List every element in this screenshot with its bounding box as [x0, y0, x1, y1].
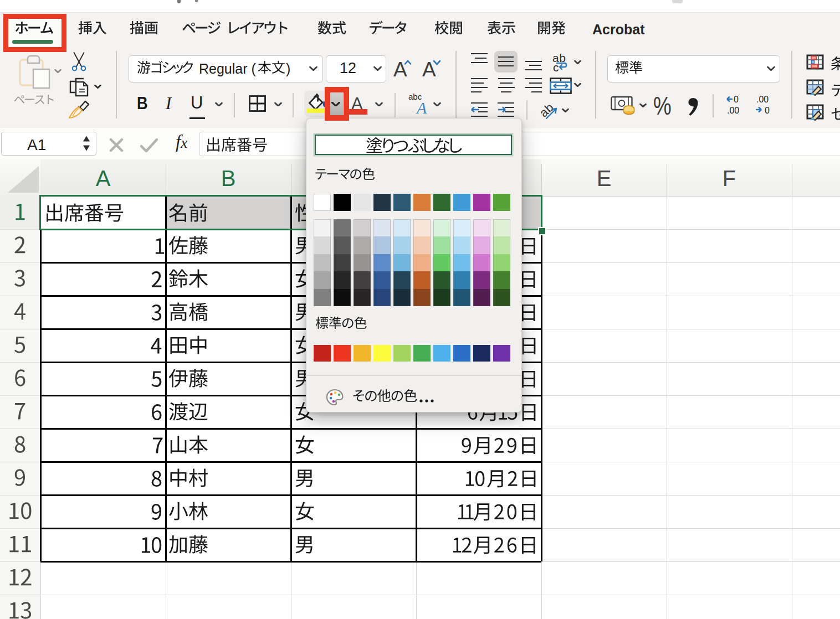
svg-text:.00: .00 — [727, 106, 739, 115]
svg-text:0: 0 — [765, 106, 770, 115]
svg-text:.00: .00 — [756, 95, 769, 104]
svg-text:0: 0 — [734, 95, 739, 104]
